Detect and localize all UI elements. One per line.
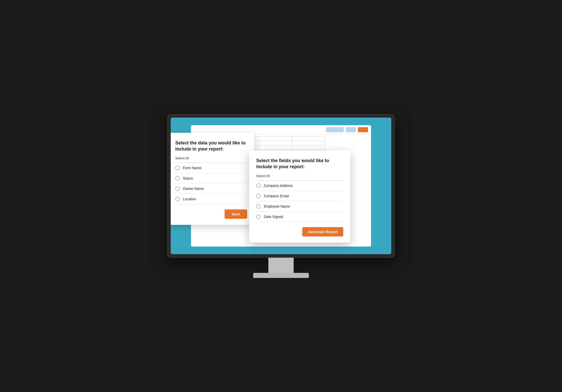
clearfix-2: Generate Report xyxy=(256,222,343,236)
monitor-screen: Select the data you would like to includ… xyxy=(171,118,391,254)
table-cell xyxy=(292,137,325,141)
option-row-location[interactable]: Location xyxy=(175,194,247,204)
dialog2-title: Select the fields you would like to incl… xyxy=(256,158,343,170)
toolbar-placeholder-1 xyxy=(326,127,344,132)
option-row-owner-name[interactable]: Owner Name xyxy=(175,184,247,194)
option-row-status[interactable]: Status xyxy=(175,173,247,184)
radio-date-signed[interactable] xyxy=(256,214,261,219)
dialog1-select-all[interactable]: Select All xyxy=(175,156,247,160)
toolbar-placeholder-2 xyxy=(346,127,356,132)
radio-company-email[interactable] xyxy=(256,194,261,198)
dialog-card-1: Select the data you would like to includ… xyxy=(171,133,254,225)
radio-employee-name[interactable] xyxy=(256,204,261,209)
next-button[interactable]: Next xyxy=(225,209,247,219)
option-label-form-name: Form Name xyxy=(183,166,202,170)
table-cell xyxy=(292,146,325,150)
table-cell xyxy=(292,141,325,146)
option-row-form-name[interactable]: Form Name xyxy=(175,163,247,173)
dialog1-title: Select the data you would like to includ… xyxy=(175,140,247,152)
option-label-date-signed: Date Signed xyxy=(264,215,283,219)
generate-report-button[interactable]: Generate Report xyxy=(302,227,343,236)
table-cell xyxy=(259,137,292,141)
table-cell xyxy=(259,141,292,146)
table-cell xyxy=(259,146,292,150)
option-row-employee-name[interactable]: Employee Name xyxy=(256,201,343,212)
option-label-company-address: Company Address xyxy=(264,184,293,188)
clearfix: Next xyxy=(175,204,247,219)
option-row-company-email[interactable]: Company Email xyxy=(256,191,343,201)
radio-company-address[interactable] xyxy=(256,183,261,188)
option-row-date-signed[interactable]: Date Signed xyxy=(256,212,343,222)
radio-owner-name[interactable] xyxy=(175,186,180,191)
radio-status[interactable] xyxy=(175,176,180,181)
toolbar-placeholder-3 xyxy=(358,127,368,132)
option-label-employee-name: Employee Name xyxy=(264,204,290,208)
radio-form-name[interactable] xyxy=(175,166,180,170)
option-label-company-email: Company Email xyxy=(264,194,289,198)
monitor-stand-base xyxy=(253,273,309,278)
radio-location[interactable] xyxy=(175,197,180,201)
monitor-stand-neck xyxy=(268,258,294,273)
option-row-company-address[interactable]: Company Address xyxy=(256,181,343,191)
option-label-owner-name: Owner Name xyxy=(183,187,204,191)
screen-inner: Select the data you would like to includ… xyxy=(171,118,391,254)
option-label-status: Status xyxy=(183,176,193,180)
monitor-wrapper: Select the data you would like to includ… xyxy=(167,114,395,278)
dialog2-select-all[interactable]: Select All xyxy=(256,174,343,178)
option-label-location: Location xyxy=(183,197,196,201)
dialog-card-2: Select the fields you would like to incl… xyxy=(249,150,350,243)
monitor-body: Select the data you would like to includ… xyxy=(167,114,395,258)
